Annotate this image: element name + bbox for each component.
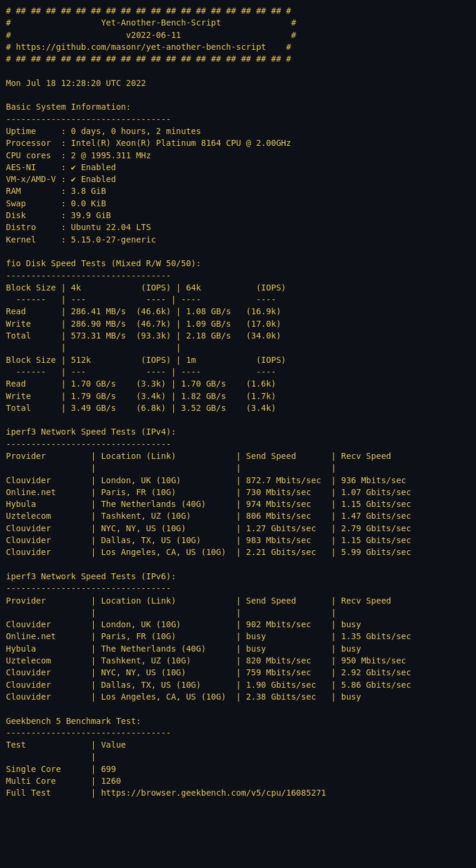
terminal-text: # ## ## ## ## ## ## ## ## ## ## ## ## ##… [6,5,470,799]
terminal-output: # ## ## ## ## ## ## ## ## ## ## ## ## ##… [6,5,470,799]
